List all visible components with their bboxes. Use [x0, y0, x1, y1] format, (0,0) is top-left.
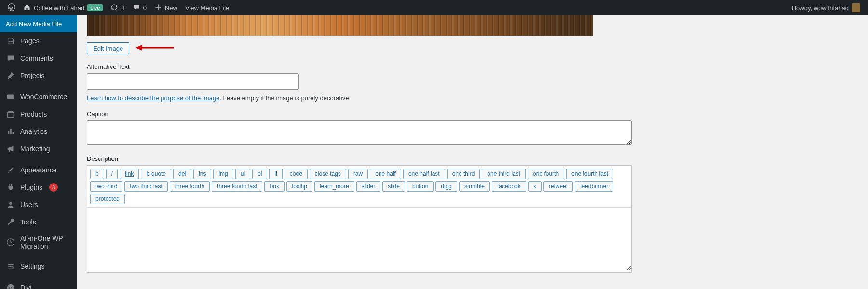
quicktag-one-half-last[interactable]: one half last — [403, 169, 445, 179]
comments-link[interactable]: 0 — [129, 0, 150, 15]
quicktag-box[interactable]: box — [264, 181, 284, 192]
sidebar-item-marketing[interactable]: Marketing — [0, 140, 77, 158]
sidebar-item-comments[interactable]: Comments — [0, 50, 77, 67]
sidebar-item-label: Marketing — [20, 145, 50, 153]
divi-icon: D — [6, 283, 15, 289]
alt-text-input[interactable] — [87, 73, 299, 90]
quicktag-code[interactable]: code — [285, 169, 308, 179]
quicktag-slider[interactable]: slider — [356, 181, 381, 192]
sidebar-item-analytics[interactable]: Analytics — [0, 123, 77, 140]
wp-logo[interactable] — [4, 0, 19, 15]
svg-rect-2 — [8, 112, 14, 117]
pages-icon — [6, 36, 15, 46]
annotation-arrow-icon — [136, 43, 174, 54]
sidebar-item-users[interactable]: Users — [0, 196, 77, 213]
quicktag-two-third-last[interactable]: two third last — [124, 181, 167, 192]
quicktag-one-half[interactable]: one half — [370, 169, 401, 179]
quicktag-retweet[interactable]: retweet — [543, 181, 573, 192]
quicktag-i[interactable]: i — [106, 169, 118, 179]
products-icon — [6, 109, 15, 119]
home-icon — [23, 3, 31, 13]
refresh-icon — [110, 3, 118, 13]
caption-label: Caption — [87, 110, 858, 118]
sidebar-item-migration[interactable]: All-in-One WP Migration — [0, 231, 77, 254]
howdy-link[interactable]: Howdy, wpwithfahad — [788, 0, 864, 15]
admin-bar-left: Coffee with Fahad Live 3 0 New View Medi… — [4, 0, 233, 15]
description-textarea[interactable] — [87, 208, 631, 270]
quicktag-one-fourth[interactable]: one fourth — [528, 169, 564, 179]
migration-icon — [6, 237, 15, 247]
quicktag-one-third-last[interactable]: one third last — [482, 169, 526, 179]
comments-count: 0 — [143, 4, 147, 12]
sidebar-item-tools[interactable]: Tools — [0, 213, 77, 231]
sidebar-item-label: Users — [20, 201, 38, 209]
quicktag-close-tags[interactable]: close tags — [310, 169, 346, 179]
quicktag-button[interactable]: button — [407, 181, 434, 192]
quicktag-ul[interactable]: ul — [235, 169, 250, 179]
sidebar-current-submenu[interactable]: Add New Media File — [0, 15, 77, 32]
quicktag-three-fourth[interactable]: three fourth — [170, 181, 210, 192]
sidebar-item-projects[interactable]: Projects — [0, 67, 77, 84]
alt-text-hint: Learn how to describe the purpose of the… — [87, 94, 858, 102]
sidebar-item-pages[interactable]: Pages — [0, 32, 77, 50]
analytics-icon — [6, 127, 15, 136]
alt-hint-suffix: . Leave empty if the image is purely dec… — [219, 94, 351, 102]
svg-point-3 — [9, 202, 12, 205]
description-label: Description — [87, 155, 858, 162]
sidebar-item-divi[interactable]: D Divi — [0, 279, 77, 289]
sidebar-item-appearance[interactable]: Appearance — [0, 161, 77, 179]
quicktag-ins[interactable]: ins — [193, 169, 211, 179]
quicktag-raw[interactable]: raw — [348, 169, 368, 179]
edit-image-row: Edit Image — [87, 42, 858, 54]
site-name-link[interactable]: Coffee with Fahad Live — [19, 0, 107, 15]
quicktag-three-fourth-last[interactable]: three fourth last — [212, 181, 262, 192]
svg-rect-1 — [7, 95, 14, 99]
updates-count: 3 — [121, 4, 124, 12]
image-preview — [87, 15, 593, 36]
quicktag-facebook[interactable]: facebook — [492, 181, 526, 192]
quicktag-digg[interactable]: digg — [435, 181, 457, 192]
quicktag-protected[interactable]: protected — [90, 194, 125, 204]
quicktag-tooltip[interactable]: tooltip — [286, 181, 312, 192]
sidebar-item-label: Settings — [20, 263, 45, 270]
new-link[interactable]: New — [150, 0, 181, 15]
caption-input[interactable] — [87, 120, 632, 144]
quicktag-x[interactable]: x — [528, 181, 542, 192]
updates-link[interactable]: 3 — [107, 0, 128, 15]
sidebar-item-woocommerce[interactable]: WooCommerce — [0, 88, 77, 105]
quicktag-one-third[interactable]: one third — [447, 169, 480, 179]
alt-text-label: Alternative Text — [87, 63, 858, 70]
quicktag-slide[interactable]: slide — [382, 181, 405, 192]
avatar — [852, 3, 860, 12]
edit-image-button[interactable]: Edit Image — [87, 42, 129, 54]
admin-sidebar: Add New Media File Pages Comments Projec… — [0, 15, 77, 289]
quicktag-ol[interactable]: ol — [252, 169, 267, 179]
view-media-label: View Media File — [185, 4, 230, 12]
alt-text-help-link[interactable]: Learn how to describe the purpose of the… — [87, 94, 219, 102]
view-media-link[interactable]: View Media File — [181, 0, 233, 15]
brush-icon — [6, 165, 15, 175]
quicktag-img[interactable]: img — [213, 169, 233, 179]
svg-point-5 — [11, 264, 13, 265]
quicktag-two-third[interactable]: two third — [90, 181, 122, 192]
sidebar-item-label: Analytics — [20, 128, 47, 135]
quicktag-del[interactable]: del — [173, 169, 191, 179]
sidebar-item-plugins[interactable]: Plugins 3 — [0, 179, 77, 196]
quicktag-feedburner[interactable]: feedburner — [575, 181, 613, 192]
quicktag-link[interactable]: link — [120, 169, 139, 179]
admin-bar: Coffee with Fahad Live 3 0 New View Medi… — [0, 0, 868, 15]
quicktag-li[interactable]: li — [269, 169, 282, 179]
sidebar-item-products[interactable]: Products — [0, 105, 77, 123]
quicktag-one-fourth-last[interactable]: one fourth last — [566, 169, 613, 179]
sidebar-item-settings[interactable]: Settings — [0, 258, 77, 275]
quicktag-b[interactable]: b — [90, 169, 104, 179]
settings-icon — [6, 262, 15, 271]
comments-icon — [6, 53, 15, 63]
pin-icon — [6, 71, 15, 80]
new-label: New — [165, 4, 177, 12]
quicktag-learn-more[interactable]: learn_more — [314, 181, 354, 192]
svg-point-6 — [10, 266, 11, 267]
quicktag-b-quote[interactable]: b-quote — [141, 169, 171, 179]
woo-icon — [6, 92, 15, 102]
quicktag-stumble[interactable]: stumble — [459, 181, 490, 192]
